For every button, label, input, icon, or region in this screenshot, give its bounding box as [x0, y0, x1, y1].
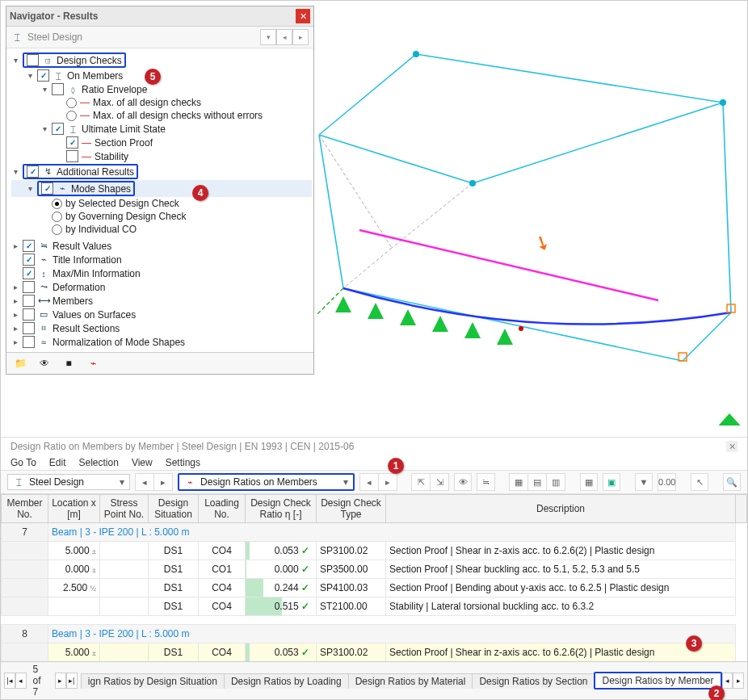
checkbox[interactable] — [23, 267, 35, 279]
tab-design-situation[interactable]: ign Ratios by Design Situation — [81, 673, 225, 689]
tree-uls[interactable]: ▾ ⌶ Ultimate Limit State — [11, 122, 312, 136]
twisty-open-icon[interactable]: ▾ — [40, 86, 48, 94]
table-row[interactable]: DS1CO40.515 ✓ST2100.00Stability | Latera… — [2, 597, 747, 616]
twisty-closed-icon[interactable]: ▸ — [11, 242, 19, 250]
twisty-open-icon[interactable]: ▾ — [11, 57, 19, 65]
view-icon[interactable]: 👁 — [454, 473, 472, 491]
tree-ratio-envelope[interactable]: ▾ ⎀ Ratio Envelope — [11, 82, 312, 96]
twisty-closed-icon[interactable]: ▸ — [11, 325, 19, 333]
tab-member[interactable]: Design Ratios by Member — [594, 672, 721, 690]
cursor-icon[interactable]: ↖ — [691, 473, 708, 491]
radio[interactable] — [52, 212, 62, 222]
col-loading[interactable]: Loading No. — [199, 495, 246, 523]
model-viewport[interactable]: ➘ — [316, 6, 742, 425]
checkbox[interactable] — [52, 123, 64, 135]
radio[interactable] — [66, 111, 77, 121]
freeze-icon[interactable]: ▦ — [580, 473, 598, 491]
tab-data-icon[interactable]: 📁 — [11, 355, 29, 371]
table-row[interactable]: 5.000 ±DS1CO40.053 ✓SP3100.02Section Pro… — [2, 643, 747, 662]
twisty-open-icon[interactable]: ▾ — [26, 72, 34, 80]
tabstrip-next-icon[interactable]: ▸ — [55, 673, 66, 689]
precision-icon[interactable]: 0.00 — [658, 473, 676, 491]
tree-stability[interactable]: — Stability — [11, 149, 312, 163]
tabstrip-scroll-right-icon[interactable]: ▸ — [733, 673, 744, 689]
radio[interactable] — [52, 224, 62, 235]
nav-next-icon[interactable]: ▸ — [154, 473, 173, 491]
twisty-closed-icon[interactable]: ▸ — [11, 283, 19, 291]
tree-deformation[interactable]: ▸ ⤳ Deformation — [11, 280, 312, 294]
table-group-row[interactable]: 7Beam | 3 - IPE 200 | L : 5.000 m — [2, 523, 747, 542]
twisty-open-icon[interactable]: ▾ — [26, 185, 34, 193]
tree-by-governing-dc[interactable]: by Governing Design Check — [11, 210, 312, 223]
filter1-icon[interactable]: ⇱ — [411, 473, 431, 491]
table-row[interactable]: 2.500 ½DS1CO40.244 ✓SP4100.03Section Pro… — [2, 579, 747, 597]
navigator-titlebar[interactable]: Navigator - Results ✕ — [6, 6, 313, 27]
col-type[interactable]: Design Check Type — [317, 495, 386, 523]
next-icon[interactable]: ▸ — [292, 29, 309, 45]
checkbox[interactable] — [66, 136, 78, 149]
tree-norm-modes[interactable]: ▸ ≈ Normalization of Mode Shapes — [11, 335, 312, 349]
tabstrip-scroll-left-icon[interactable]: ◂ — [722, 673, 733, 689]
prev-icon[interactable]: ◂ — [276, 29, 292, 45]
checkbox[interactable] — [23, 281, 35, 293]
tree-on-members[interactable]: ▾ ⌶ On Members — [11, 69, 312, 82]
tab-eye-icon[interactable]: 👁 — [36, 355, 53, 371]
table-row[interactable]: 5.000 ±DS1CO40.053 ✓SP3100.02Section Pro… — [2, 542, 747, 560]
checkbox[interactable] — [52, 83, 64, 95]
radio[interactable] — [66, 98, 77, 108]
tree-by-individual-co[interactable]: by Individual CO — [11, 223, 312, 236]
menu-edit[interactable]: Edit — [49, 457, 66, 468]
col-ratio[interactable]: Design Check Ratio η [-] — [246, 495, 317, 523]
menu-view[interactable]: View — [132, 457, 153, 468]
nav-next2-icon[interactable]: ▸ — [379, 473, 397, 491]
tree-maxmin[interactable]: ↕ Max/Min Information — [11, 266, 312, 280]
tab-loading[interactable]: Design Ratios by Loading — [224, 673, 349, 689]
twisty-closed-icon[interactable]: ▸ — [11, 311, 19, 319]
export-icon[interactable]: ▣ — [603, 473, 620, 491]
results-table[interactable]: Member No. Location x [m] Stress Point N… — [1, 494, 747, 661]
twisty-open-icon[interactable]: ▾ — [40, 125, 48, 133]
checkbox[interactable] — [66, 150, 78, 162]
table-row[interactable]: 0.000 ±DS1CO10.000 ✓SP3500.00Section Pro… — [2, 560, 747, 579]
close-icon[interactable]: ✕ — [296, 9, 310, 23]
navigator-module-dropdown[interactable]: ⌶ Steel Design ▾ ◂ ▸ — [6, 27, 313, 48]
tabstrip-prev-icon[interactable]: ◂ — [15, 673, 27, 689]
checkbox[interactable] — [23, 322, 35, 334]
col-location[interactable]: Location x [m] — [48, 495, 100, 523]
tree-mode-shapes[interactable]: ▾ ⌁ Mode Shapes — [11, 180, 312, 197]
tree-result-sections[interactable]: ▸ ⌗ Result Sections — [11, 321, 312, 335]
checkbox[interactable] — [23, 254, 35, 266]
toolbar-module-dropdown[interactable]: ⌶ Steel Design ▾ — [7, 474, 130, 490]
table-group-row[interactable]: 8Beam | 3 - IPE 200 | L : 5.000 m — [2, 625, 747, 643]
layout3-icon[interactable]: ▥ — [547, 473, 565, 491]
tree-design-checks[interactable]: ▾ ⎅ Design Checks — [11, 52, 312, 69]
checkbox[interactable] — [27, 166, 39, 178]
tree-values-on-surfaces[interactable]: ▸ ▭ Values on Surfaces — [11, 308, 312, 321]
filter2-icon[interactable]: ⇲ — [431, 473, 449, 491]
layout1-icon[interactable]: ▦ — [509, 473, 528, 491]
checkbox[interactable] — [27, 54, 39, 66]
toolbar-table-dropdown[interactable]: ⌁ Design Ratios on Members ▾ — [178, 473, 355, 491]
checkbox[interactable] — [23, 336, 35, 348]
tabstrip-last-icon[interactable]: ▸| — [66, 673, 78, 689]
tree-result-values[interactable]: ▸ ≒ Result Values — [11, 239, 312, 253]
tree-section-proof[interactable]: — Section Proof — [11, 136, 312, 149]
chevron-down-icon[interactable]: ▾ — [260, 29, 276, 45]
tree-title-info[interactable]: ⌁ Title Information — [11, 253, 312, 266]
nav-prev2-icon[interactable]: ◂ — [359, 473, 379, 491]
layout2-icon[interactable]: ▤ — [528, 473, 547, 491]
checkbox[interactable] — [41, 182, 53, 195]
menu-settings[interactable]: Settings — [166, 457, 200, 468]
col-member[interactable]: Member No. — [2, 495, 48, 523]
tab-material[interactable]: Design Ratios by Material — [348, 673, 473, 689]
checkbox[interactable] — [23, 240, 35, 252]
checkbox[interactable] — [23, 308, 35, 321]
twisty-closed-icon[interactable]: ▸ — [11, 338, 19, 346]
col-desc[interactable]: Description — [386, 495, 736, 523]
tree-max-all-noerr[interactable]: — Max. of all design checks without erro… — [11, 109, 312, 122]
twisty-closed-icon[interactable]: ▸ — [11, 297, 19, 305]
col-ds[interactable]: Design Situation — [149, 495, 199, 523]
tab-chart-icon[interactable]: ⌁ — [84, 355, 102, 371]
funnel-icon[interactable]: ▼ — [635, 473, 653, 491]
menu-selection[interactable]: Selection — [79, 457, 119, 468]
